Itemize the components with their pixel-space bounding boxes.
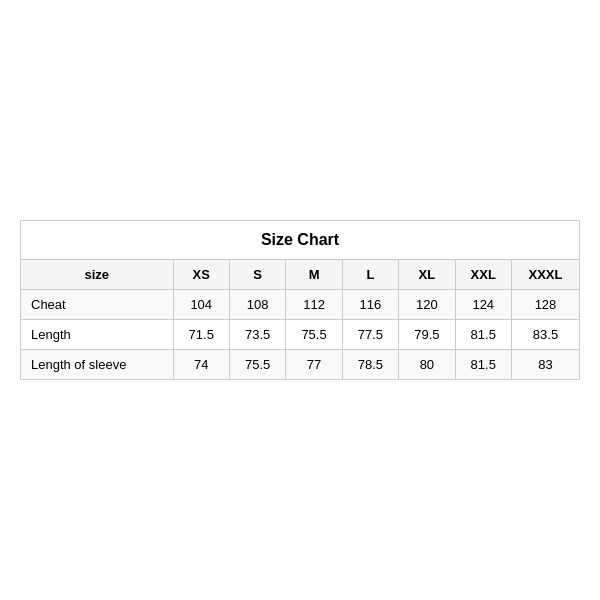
row-label: Length of sleeve	[21, 350, 174, 380]
cell-value: 124	[455, 290, 511, 320]
cell-value: 75.5	[286, 320, 342, 350]
row-label: Length	[21, 320, 174, 350]
col-header-xs: XS	[173, 260, 229, 290]
col-header-xxl: XXL	[455, 260, 511, 290]
cell-value: 80	[399, 350, 455, 380]
cell-value: 104	[173, 290, 229, 320]
table-body: Cheat104108112116120124128Length71.573.5…	[21, 290, 580, 380]
cell-value: 112	[286, 290, 342, 320]
col-header-l: L	[342, 260, 398, 290]
cell-value: 81.5	[455, 350, 511, 380]
cell-value: 83.5	[511, 320, 579, 350]
cell-value: 81.5	[455, 320, 511, 350]
cell-value: 120	[399, 290, 455, 320]
col-header-xl: XL	[399, 260, 455, 290]
cell-value: 79.5	[399, 320, 455, 350]
col-header-m: M	[286, 260, 342, 290]
size-chart-container: Size Chart size XS S M L XL XXL XXXL Che…	[20, 220, 580, 380]
cell-value: 73.5	[229, 320, 285, 350]
size-chart-table: Size Chart size XS S M L XL XXL XXXL Che…	[20, 220, 580, 380]
title-row: Size Chart	[21, 221, 580, 260]
col-header-size: size	[21, 260, 174, 290]
col-header-s: S	[229, 260, 285, 290]
cell-value: 108	[229, 290, 285, 320]
cell-value: 75.5	[229, 350, 285, 380]
cell-value: 83	[511, 350, 579, 380]
table-row: Length71.573.575.577.579.581.583.5	[21, 320, 580, 350]
cell-value: 78.5	[342, 350, 398, 380]
cell-value: 77.5	[342, 320, 398, 350]
col-header-xxxl: XXXL	[511, 260, 579, 290]
table-row: Cheat104108112116120124128	[21, 290, 580, 320]
table-row: Length of sleeve7475.57778.58081.583	[21, 350, 580, 380]
row-label: Cheat	[21, 290, 174, 320]
header-row: size XS S M L XL XXL XXXL	[21, 260, 580, 290]
table-title: Size Chart	[21, 221, 580, 260]
cell-value: 128	[511, 290, 579, 320]
cell-value: 116	[342, 290, 398, 320]
cell-value: 74	[173, 350, 229, 380]
cell-value: 77	[286, 350, 342, 380]
cell-value: 71.5	[173, 320, 229, 350]
